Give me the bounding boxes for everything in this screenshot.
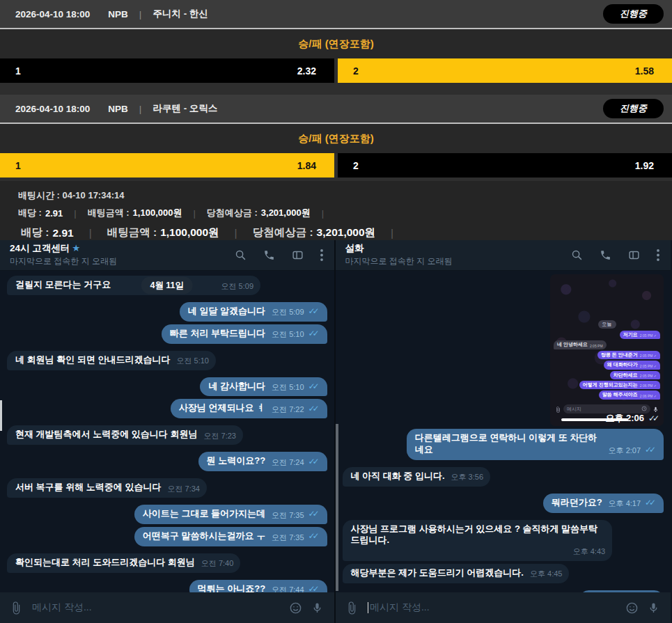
message-list[interactable]: 오늘저기요2:05 PM ✓네 안녕하세요2:05 PM탕콩 돈 안내준거2:0… <box>336 271 671 592</box>
bet-time: 배팅시간 : 04-10 17:34:14 <box>18 189 672 202</box>
chat-title: 설화 <box>345 243 453 254</box>
message-text: 네 감사합니다 <box>208 381 265 393</box>
emoji-icon[interactable] <box>625 601 639 615</box>
message-text: 네 일달 알겠습니다 <box>188 306 265 317</box>
message-list[interactable]: 걸릴지 모른다는 거구요오전 5:094월 11일네 일달 알겠습니다오전 5:… <box>0 271 334 592</box>
mini-message-row: 저기요2:05 PM ✓ <box>554 331 660 339</box>
message-text: 해당부분은 제가 도움드리기 어렵겠습니다. <box>351 567 524 579</box>
mini-message-row: 차단하세요2:05 PM ✓ <box>554 371 660 379</box>
message-time: 오후 2:07 <box>609 445 641 455</box>
mini-outgoing-bubble: 저기요2:05 PM ✓ <box>620 331 660 339</box>
attach-icon[interactable] <box>345 601 359 615</box>
outgoing-message-bubble[interactable]: 사장님 언제되나요 ㅕ오전 7:22✓✓ <box>171 399 327 418</box>
outgoing-message-bubble[interactable]: 뭔 노력이요??오전 7:24✓✓ <box>198 452 327 471</box>
match-league: NPB <box>108 104 128 114</box>
odds-option-2-selected[interactable]: 2 1.58 <box>338 58 672 83</box>
message-input[interactable]: 메시지 작성... <box>32 601 280 614</box>
match-teams: 라쿠텐 - 오릭스 <box>153 102 217 115</box>
message-time: 오후 4:43 <box>573 546 605 556</box>
outgoing-message-bubble[interactable]: 다른텔레그램으로 연락하니 이렇게 또 차단하네요오후 2:07✓✓ <box>407 429 664 460</box>
message-meta: 오후 4:17✓✓ <box>609 498 657 509</box>
message-input-bar[interactable]: 메시지 작성... <box>336 592 671 623</box>
odds-option-1[interactable]: 1 2.32 <box>0 58 334 83</box>
odds-option-2[interactable]: 2 1.92 <box>338 153 672 178</box>
odds-label: 배당 : <box>21 226 49 240</box>
search-icon[interactable] <box>571 249 583 261</box>
scrollbar-thumb[interactable] <box>0 400 2 431</box>
message-time: 오전 7:24 <box>272 457 304 467</box>
chat-header[interactable]: 설화 마지막으로 접속한 지 오래됨 <box>336 240 671 271</box>
incoming-message-bubble[interactable]: 네 회원님 확인 되면 안내드리겠습니다오전 5:10 <box>7 351 216 370</box>
message-meta: 오전 7:44✓✓ <box>272 584 320 592</box>
attach-icon[interactable] <box>10 601 23 615</box>
mini-message-row: 네 안녕하세요2:05 PM <box>554 340 660 349</box>
mini-date-chip: 오늘 <box>598 320 616 329</box>
call-icon[interactable] <box>600 249 611 261</box>
chat-window-seolhwa: 설화 마지막으로 접속한 지 오래됨 오늘저기요2:05 PM ✓네 안녕하세요… <box>336 240 671 623</box>
message-row: 먹튀는 아니죠??오전 7:44✓✓ <box>7 580 327 592</box>
search-icon[interactable] <box>235 249 247 261</box>
payout-label: 당첨예상금 : <box>253 226 313 240</box>
incoming-message-bubble[interactable]: 확인되는대로 처리 도와드리겠습니다 회원님오전 7:40 <box>7 553 240 573</box>
message-row: 사장님 프로그램 사용하시는거 있으세요 ? 솔직하게 말씀부탁드립니다.오후 … <box>343 520 664 561</box>
message-time: 오전 7:44 <box>272 585 304 592</box>
read-checks-icon: ✓✓ <box>304 509 320 520</box>
scrollbar[interactable] <box>336 424 338 591</box>
mini-message-row: 왜 대화하다가2:05 PM ✓ <box>554 361 660 369</box>
message-text: 사이트는 그대로 들어가지는데 <box>143 508 265 520</box>
incoming-message-bubble[interactable]: 걸릴지 모른다는 거구요오전 5:09 <box>7 276 260 295</box>
message-text: 현재 개발팀측에서 노력중에 있습니다 회원님 <box>15 429 197 441</box>
odds-label: 배당 : <box>18 207 42 219</box>
message-row: 네?오후 5:05✓✓ <box>343 590 664 592</box>
outgoing-message-bubble[interactable]: 사이트는 그대로 들어가지는데오전 7:35✓✓ <box>134 505 327 524</box>
incoming-message-bubble[interactable]: 서버 복구를 위해 노력중에 있습니다오전 7:34 <box>7 478 207 498</box>
message-input[interactable]: 메시지 작성... <box>368 601 617 614</box>
outgoing-message-bubble[interactable]: 네 일달 알겠습니다오전 5:09✓✓ <box>180 302 327 322</box>
odds-option-1-selected[interactable]: 1 1.84 <box>0 153 334 178</box>
message-text: 뭐라던가요? <box>552 497 602 509</box>
message-row: 걸릴지 모른다는 거구요오전 5:094월 11일 <box>7 276 327 295</box>
microphone-icon[interactable] <box>311 601 323 615</box>
divider: | <box>139 104 142 114</box>
mini-attach-icon <box>555 403 561 416</box>
odds-row: 1 1.84 2 1.92 <box>0 153 672 178</box>
message-meta: 오후 4:45 <box>530 569 562 578</box>
message-input-bar[interactable]: 메시지 작성... <box>0 592 334 623</box>
outgoing-message-bubble[interactable]: 어떤복구 말씀하시는걸까요 ㅜ오전 7:35✓✓ <box>134 527 327 546</box>
divider: | <box>391 227 393 239</box>
menu-kebab-icon[interactable] <box>320 249 323 261</box>
message-time: 오전 7:22 <box>272 404 304 414</box>
outgoing-message-bubble[interactable]: 네 감사합니다오전 5:10✓✓ <box>200 377 327 397</box>
message-time: 오전 5:09 <box>272 307 304 317</box>
betting-section: 2026-04-10 18:00 NPB | 주니치 - 한신 진행중 승/패 … <box>0 0 672 240</box>
message-meta: 오전 5:10 <box>176 356 208 365</box>
message-meta: 오전 5:10✓✓ <box>272 381 320 393</box>
menu-kebab-icon[interactable] <box>657 249 659 261</box>
payout-label: 당첨예상금 : <box>207 207 258 219</box>
photo-message-thumbnail[interactable]: 오늘저기요2:05 PM ✓네 안녕하세요2:05 PM탕콩 돈 안내준거2:0… <box>550 274 664 426</box>
mini-chat-screenshot: 오늘저기요2:05 PM ✓네 안녕하세요2:05 PM탕콩 돈 안내준거2:0… <box>550 320 664 416</box>
message-meta: 오후 4:43 <box>573 546 605 556</box>
outgoing-message-bubble[interactable]: 빠른 처리 부탁드립니다오전 5:10✓✓ <box>162 324 327 344</box>
outgoing-message-bubble[interactable]: 네?오후 5:05✓✓ <box>579 590 664 592</box>
mini-message-row: 말씀 해주셔야죠2:06 PM ✓ <box>554 391 660 399</box>
message-row: 빠른 처리 부탁드립니다오전 5:10✓✓ <box>7 324 327 344</box>
split-view-icon[interactable] <box>628 249 640 261</box>
mini-incoming-bubble: 네 안녕하세요2:05 PM <box>554 340 607 349</box>
incoming-message-bubble[interactable]: 해당부분은 제가 도움드리기 어렵겠습니다.오후 4:45 <box>343 564 570 583</box>
chat-header[interactable]: 24시 고객센터★ 마지막으로 접속한 지 오래됨 <box>0 240 334 271</box>
incoming-message-bubble[interactable]: 현재 개발팀측에서 노력중에 있습니다 회원님오전 7:23 <box>7 425 243 445</box>
outgoing-message-bubble[interactable]: 먹튀는 아니죠??오전 7:44✓✓ <box>189 580 327 592</box>
mini-outgoing-bubble: 어떻게 진행되고있는지는2:06 PM ✓ <box>579 381 660 389</box>
incoming-message-bubble[interactable]: 네 아직 대화 중 입니다.오후 3:56 <box>343 467 491 487</box>
odds-row: 1 2.32 2 1.58 <box>0 58 672 83</box>
odds-value: 1.84 <box>297 160 316 171</box>
emoji-icon[interactable] <box>289 601 302 615</box>
chat-last-seen: 마지막으로 접속한 지 오래됨 <box>345 255 453 267</box>
split-view-icon[interactable] <box>292 249 304 261</box>
outgoing-message-bubble[interactable]: 뭐라던가요?오후 4:17✓✓ <box>543 494 664 513</box>
message-row: 서버 복구를 위해 노력중에 있습니다오전 7:34 <box>7 478 327 498</box>
incoming-message-bubble[interactable]: 사장님 프로그램 사용하시는거 있으세요 ? 솔직하게 말씀부탁드립니다.오후 … <box>343 520 613 561</box>
microphone-icon[interactable] <box>648 601 659 615</box>
call-icon[interactable] <box>263 249 275 261</box>
